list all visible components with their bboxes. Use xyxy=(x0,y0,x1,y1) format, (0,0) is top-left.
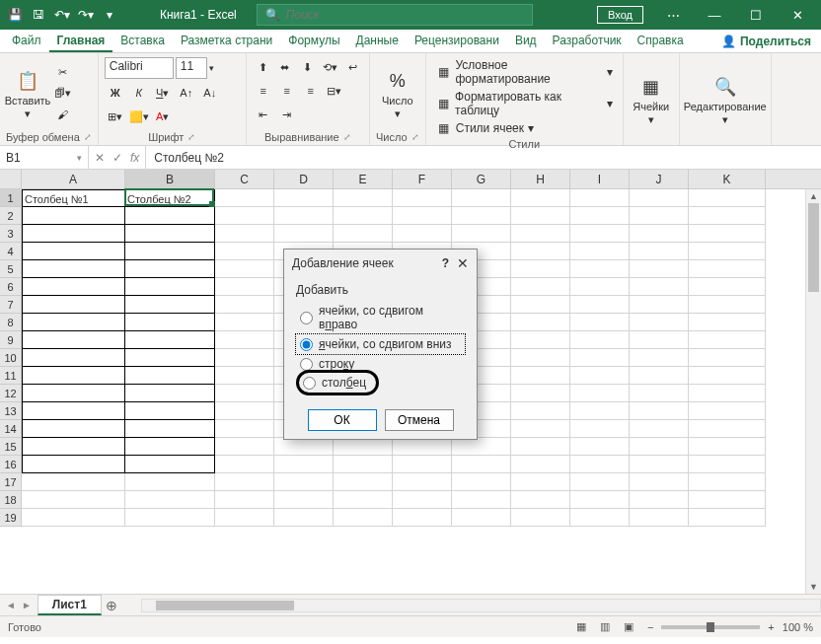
copy-button[interactable]: 🗐▾ xyxy=(51,84,73,104)
cell-K15[interactable] xyxy=(689,438,766,456)
cell-D17[interactable] xyxy=(274,473,334,491)
cell-A8[interactable] xyxy=(22,314,125,331)
cell-H4[interactable] xyxy=(511,243,570,260)
underline-button[interactable]: Ч▾ xyxy=(152,83,174,103)
cell-E19[interactable] xyxy=(334,509,393,527)
cell-H14[interactable] xyxy=(511,420,570,438)
cell-C2[interactable] xyxy=(215,207,274,225)
cell-C8[interactable] xyxy=(215,314,274,331)
cell-D18[interactable] xyxy=(274,491,334,509)
col-header-A[interactable]: A xyxy=(22,170,125,188)
cell-K11[interactable] xyxy=(689,367,766,385)
cell-C14[interactable] xyxy=(215,420,274,438)
dialog-close-button[interactable]: ✕ xyxy=(457,255,469,271)
cell-A17[interactable] xyxy=(22,473,125,491)
align-left-button[interactable]: ≡ xyxy=(253,81,274,101)
cell-B9[interactable] xyxy=(125,331,215,349)
cell-C13[interactable] xyxy=(215,402,274,420)
cell-K18[interactable] xyxy=(689,491,766,509)
cell-K5[interactable] xyxy=(689,260,766,278)
row-header-16[interactable]: 16 xyxy=(0,456,22,473)
dialog-help-button[interactable]: ? xyxy=(442,256,449,270)
cell-I7[interactable] xyxy=(570,296,630,314)
cell-I14[interactable] xyxy=(570,420,630,438)
col-header-G[interactable]: G xyxy=(452,170,511,188)
cell-I10[interactable] xyxy=(570,349,630,367)
share-button[interactable]: 👤Поделиться xyxy=(711,30,821,52)
cell-C10[interactable] xyxy=(215,349,274,367)
cell-E16[interactable] xyxy=(334,456,393,473)
cell-B6[interactable] xyxy=(125,278,215,296)
row-header-17[interactable]: 17 xyxy=(0,473,22,491)
cell-C7[interactable] xyxy=(215,296,274,314)
cell-A13[interactable] xyxy=(22,402,125,420)
number-format-button[interactable]: % Число▾ xyxy=(376,57,419,129)
cell-J12[interactable] xyxy=(630,385,689,402)
cell-I5[interactable] xyxy=(570,260,630,278)
cell-I13[interactable] xyxy=(570,402,630,420)
increase-font-button[interactable]: A↑ xyxy=(176,83,197,103)
align-right-button[interactable]: ≡ xyxy=(300,81,322,101)
cell-F16[interactable] xyxy=(393,456,452,473)
cell-H11[interactable] xyxy=(511,367,570,385)
cell-I16[interactable] xyxy=(570,456,630,473)
cell-B7[interactable] xyxy=(125,296,215,314)
cell-F17[interactable] xyxy=(393,473,452,491)
cell-E17[interactable] xyxy=(334,473,393,491)
cell-J7[interactable] xyxy=(630,296,689,314)
cell-B8[interactable] xyxy=(125,314,215,331)
autosave-icon[interactable]: 💾 xyxy=(4,4,26,26)
format-as-table-button[interactable]: ▦Форматировать как таблицу ▾ xyxy=(432,89,617,118)
cut-button[interactable]: ✂ xyxy=(51,63,73,83)
zoom-level[interactable]: 100 % xyxy=(783,621,813,633)
dialog-titlebar[interactable]: Добавление ячеек ? ✕ xyxy=(284,250,477,277)
row-header-1[interactable]: 1 xyxy=(0,189,22,207)
cell-A3[interactable] xyxy=(22,225,125,243)
cell-F19[interactable] xyxy=(393,509,452,527)
fill-color-button[interactable]: 🟨▾ xyxy=(128,107,150,126)
cell-C12[interactable] xyxy=(215,385,274,402)
clipboard-launcher-icon[interactable]: ⤢ xyxy=(84,132,92,142)
cell-B13[interactable] xyxy=(125,402,215,420)
cell-C16[interactable] xyxy=(215,456,274,473)
cell-A6[interactable] xyxy=(22,278,125,296)
cell-A9[interactable] xyxy=(22,331,125,349)
cell-A14[interactable] xyxy=(22,420,125,438)
cell-C5[interactable] xyxy=(215,260,274,278)
cell-K2[interactable] xyxy=(689,207,766,225)
cell-B15[interactable] xyxy=(125,438,215,456)
cell-K12[interactable] xyxy=(689,385,766,402)
cell-C9[interactable] xyxy=(215,331,274,349)
row-header-15[interactable]: 15 xyxy=(0,438,22,456)
select-all-corner[interactable] xyxy=(0,170,22,188)
font-launcher-icon[interactable]: ⤢ xyxy=(187,132,195,142)
cell-A10[interactable] xyxy=(22,349,125,367)
cell-K3[interactable] xyxy=(689,225,766,243)
cell-C18[interactable] xyxy=(215,491,274,509)
cell-C15[interactable] xyxy=(215,438,274,456)
row-header-14[interactable]: 14 xyxy=(0,420,22,438)
minimize-button[interactable]: — xyxy=(695,0,734,30)
cell-K16[interactable] xyxy=(689,456,766,473)
cell-E15[interactable] xyxy=(334,438,393,456)
editing-button[interactable]: 🔍 Редактирование▾ xyxy=(686,57,765,141)
cell-B19[interactable] xyxy=(125,509,215,527)
enter-formula-icon[interactable]: ✓ xyxy=(112,151,122,165)
cell-H1[interactable] xyxy=(511,189,570,207)
cell-G2[interactable] xyxy=(452,207,511,225)
zoom-slider[interactable] xyxy=(661,625,760,629)
font-color-button[interactable]: A▾ xyxy=(152,107,174,126)
cell-I9[interactable] xyxy=(570,331,630,349)
scroll-up-icon[interactable]: ▲ xyxy=(806,189,821,203)
cells-button[interactable]: ▦ Ячейки▾ xyxy=(630,57,673,141)
row-header-8[interactable]: 8 xyxy=(0,314,22,331)
conditional-formatting-button[interactable]: ▦Условное форматирование ▾ xyxy=(432,57,617,87)
cell-J2[interactable] xyxy=(630,207,689,225)
cell-F3[interactable] xyxy=(393,225,452,243)
cell-A2[interactable] xyxy=(22,207,125,225)
cell-K7[interactable] xyxy=(689,296,766,314)
radio-shift-right[interactable]: ячейки, со сдвигом вправо xyxy=(296,301,465,334)
cell-C1[interactable] xyxy=(215,189,274,207)
tab-review[interactable]: Рецензировани xyxy=(407,30,507,52)
cell-H16[interactable] xyxy=(511,456,570,473)
